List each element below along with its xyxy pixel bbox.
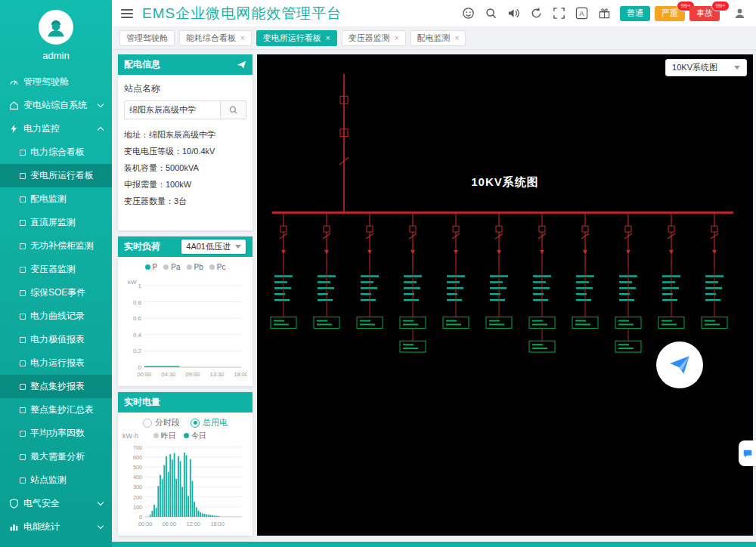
fullscreen-icon[interactable] <box>552 6 566 20</box>
user-avatar-icon[interactable] <box>733 6 747 20</box>
legend-item-Pa[interactable]: Pa <box>163 263 180 271</box>
sidebar-item-8[interactable]: 变压器监测 <box>0 258 112 281</box>
tabbar: 管理驾驶舱能耗综合看板×变电所运行看板×变压器监测×配电监测× <box>112 27 756 50</box>
sidebar-item-16[interactable]: 最大需量分析 <box>0 445 112 468</box>
sidebar-item-13[interactable]: 整点集抄报表 <box>0 375 112 398</box>
sidebar-item-17[interactable]: 站点监测 <box>0 468 112 492</box>
sidebar-item-19[interactable]: 电能统计 <box>0 515 112 539</box>
submenu-icon <box>20 314 26 320</box>
refresh-icon[interactable] <box>529 6 544 20</box>
paper-plane-logo-icon <box>667 352 692 378</box>
feedback-widget[interactable] <box>739 440 756 466</box>
menu-label: 直流屏监测 <box>30 216 76 229</box>
alarm-button-0[interactable]: 普通 <box>620 6 650 21</box>
svg-text:00:00: 00:00 <box>138 520 152 527</box>
sidebar-item-0[interactable]: 管理驾驶舱 <box>0 70 112 94</box>
menu-label: 电力极值报表 <box>30 333 85 346</box>
legend-item-昨日[interactable]: 昨日 <box>153 431 176 441</box>
legend-label: P <box>153 263 158 271</box>
hamburger-menu-icon[interactable] <box>121 9 133 18</box>
radio-0[interactable]: 分时段 <box>143 417 180 428</box>
diagram-select[interactable]: 10KV系统图 <box>665 59 747 76</box>
panel-title-realtime-load: 实时负荷 <box>124 240 160 253</box>
site-name-input[interactable] <box>124 100 221 119</box>
tab-0[interactable]: 管理驾驶舱 <box>119 30 175 46</box>
search-icon[interactable] <box>484 6 498 20</box>
sidebar-item-3[interactable]: 电力综合看板 <box>0 141 112 164</box>
chevron-down-icon <box>98 523 104 529</box>
chevron-down-icon <box>98 101 104 107</box>
sidebar-item-11[interactable]: 电力极值报表 <box>0 328 112 351</box>
svg-text:500: 500 <box>133 464 142 471</box>
topbar: EMS企业微电网能效管理平台 A 普通严重99+事故99+ <box>112 0 756 27</box>
tab-label: 变压器监测 <box>349 32 390 44</box>
legend-item-今日[interactable]: 今日 <box>184 431 206 441</box>
alarm-pills: 普通严重99+事故99+ <box>620 6 724 21</box>
diagram-select-value: 10KV系统图 <box>672 62 717 73</box>
floating-logo[interactable] <box>656 341 703 388</box>
sidebar-item-12[interactable]: 电力运行报表 <box>0 351 112 375</box>
tab-1[interactable]: 能耗综合看板× <box>179 30 252 46</box>
tab-close-icon[interactable]: × <box>240 34 245 42</box>
smiley-icon[interactable] <box>461 6 476 20</box>
radio-1[interactable]: 总用电 <box>191 417 228 428</box>
svg-text:0.4: 0.4 <box>133 332 142 338</box>
svg-text:0: 0 <box>138 364 142 371</box>
menu-label: 电力综合看板 <box>30 146 85 159</box>
tab-close-icon[interactable]: × <box>395 34 399 42</box>
site-search-button[interactable] <box>221 100 246 119</box>
sidebar-item-4[interactable]: 变电所运行看板 <box>0 164 112 187</box>
speaker-icon[interactable] <box>507 6 521 20</box>
send-icon[interactable] <box>237 60 246 70</box>
svg-text:700: 700 <box>133 443 142 450</box>
tab-close-icon[interactable]: × <box>455 34 460 42</box>
svg-text:300: 300 <box>133 484 142 490</box>
sidebar-item-9[interactable]: 综保SOE事件 <box>0 281 112 304</box>
legend-item-Pc[interactable]: Pc <box>209 263 226 271</box>
load-feeder-select[interactable]: 4A01低压进 <box>181 239 246 255</box>
menu-label: 站点监测 <box>30 474 67 487</box>
alarm-button-1[interactable]: 严重99+ <box>655 6 685 21</box>
panel-title-realtime-energy: 实时电量 <box>124 396 160 409</box>
sidebar-item-10[interactable]: 电力曲线记录 <box>0 304 112 328</box>
legend-label: Pc <box>217 263 226 271</box>
sidebar-item-1[interactable]: 变电站综自系统 <box>0 94 112 117</box>
site-detail-2: 装机容量：5000kVA <box>124 159 246 176</box>
avatar[interactable] <box>39 10 73 45</box>
alarm-button-2[interactable]: 事故99+ <box>689 6 720 21</box>
chat-icon <box>742 448 753 459</box>
sidebar-item-18[interactable]: 电气安全 <box>0 492 112 515</box>
chevron-down-icon <box>98 499 104 505</box>
tab-4[interactable]: 配电监测× <box>411 30 466 46</box>
energy-chart-legend: 昨日今日 <box>153 431 206 441</box>
menu-label: 电力监控 <box>23 122 60 135</box>
radio-dot <box>143 419 152 428</box>
legend-item-P[interactable]: P <box>145 263 158 271</box>
menu-label: 无功补偿柜监测 <box>30 240 94 252</box>
sidebar-item-6[interactable]: 直流屏监测 <box>0 211 112 234</box>
chevron-down-icon <box>235 245 241 249</box>
sidebar-item-2[interactable]: 电力监控 <box>0 117 112 141</box>
sidebar-item-7[interactable]: 无功补偿柜监测 <box>0 234 112 258</box>
tab-2[interactable]: 变电所运行看板× <box>256 30 337 46</box>
sidebar-item-14[interactable]: 整点集抄汇总表 <box>0 398 112 422</box>
footer-strip <box>112 542 756 547</box>
tab-close-icon[interactable]: × <box>326 34 330 42</box>
load-chart: 00.20.40.60.8100:0004:3009:0013:3018:00k… <box>123 275 247 385</box>
sidebar: admin 管理驾驶舱变电站综自系统电力监控电力综合看板变电所运行看板配电监测直… <box>0 0 112 547</box>
gift-icon[interactable] <box>597 6 612 20</box>
legend-item-Pb[interactable]: Pb <box>187 263 203 271</box>
station-icon <box>9 100 19 110</box>
energy-mode-radios: 分时段总用电 <box>118 416 253 431</box>
menu-label: 变压器监测 <box>30 263 76 276</box>
sidebar-item-15[interactable]: 平均功率因数 <box>0 422 112 445</box>
dashboard-icon <box>9 77 19 87</box>
sidebar-item-5[interactable]: 配电监测 <box>0 187 112 211</box>
submenu-icon <box>20 360 26 366</box>
legend-dot <box>184 433 189 438</box>
translate-icon[interactable]: A <box>575 6 589 20</box>
tab-label: 能耗综合看板 <box>186 32 236 44</box>
svg-text:kW: kW <box>128 279 137 286</box>
left-column: 配电信息 站点名称 地址：绵阳东辰高级中学变电电压等级：10/0.4kV装机容量… <box>118 54 253 536</box>
tab-3[interactable]: 变压器监测× <box>342 30 406 46</box>
